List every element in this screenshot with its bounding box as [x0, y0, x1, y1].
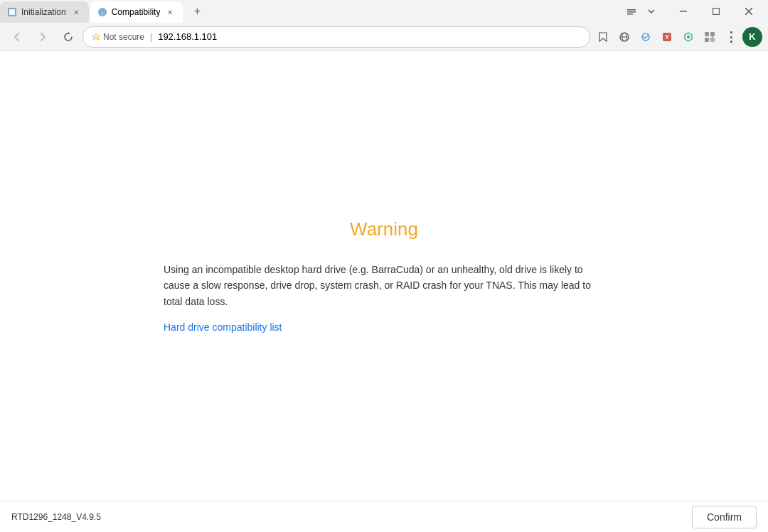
- profile-button[interactable]: K: [742, 27, 762, 47]
- page-main: Warning Using an incompatible desktop ha…: [0, 51, 768, 501]
- browser-icon-4[interactable]: [678, 27, 698, 47]
- tab-initialization[interactable]: Initialization ✕: [0, 1, 89, 23]
- extensions-button[interactable]: [700, 27, 720, 47]
- address-text: 192.168.1.101: [158, 31, 217, 42]
- svg-point-13: [96, 38, 97, 39]
- svg-point-20: [687, 36, 690, 38]
- tab-search-icon[interactable]: [622, 1, 641, 21]
- tab-title-compatibility: Compatibility: [112, 7, 161, 17]
- browser-icon-1[interactable]: [614, 27, 634, 47]
- tab-close-compatibility[interactable]: ✕: [164, 6, 176, 18]
- page-footer: RTD1296_1248_V4.9.5 Confirm: [0, 501, 768, 532]
- tab-favicon-compatibility: i: [97, 7, 107, 17]
- not-secure-indicator: Not secure: [92, 32, 144, 42]
- navigation-bar: Not secure | 192.168.1.101 Y: [0, 23, 768, 51]
- nav-right-controls: Y ⋮ K: [593, 27, 762, 47]
- window-controls: [664, 0, 768, 23]
- svg-rect-22: [710, 32, 715, 36]
- new-tab-button[interactable]: +: [187, 1, 207, 21]
- svg-rect-6: [627, 14, 633, 15]
- warning-title: Warning: [350, 218, 418, 240]
- warning-text: Using an incompatible desktop hard drive…: [164, 262, 604, 309]
- svg-rect-23: [705, 38, 709, 42]
- back-button[interactable]: [6, 26, 28, 48]
- browser-window: Initialization ✕ i Compatibility ✕ +: [0, 0, 768, 532]
- svg-rect-24: [710, 38, 715, 42]
- svg-rect-1: [9, 9, 15, 15]
- forward-button[interactable]: [31, 26, 54, 48]
- svg-rect-5: [627, 11, 636, 13]
- tabs-area: Initialization ✕ i Compatibility ✕ +: [0, 0, 619, 23]
- tab-compatibility[interactable]: i Compatibility ✕: [90, 1, 183, 23]
- warning-content: Using an incompatible desktop hard drive…: [164, 262, 604, 334]
- svg-rect-4: [627, 9, 636, 11]
- svg-marker-11: [68, 32, 70, 34]
- page-content: Warning Using an incompatible desktop ha…: [0, 51, 768, 532]
- address-bar[interactable]: Not secure | 192.168.1.101: [82, 26, 590, 48]
- more-menu-button[interactable]: ⋮: [721, 27, 741, 47]
- extra-controls: [619, 0, 664, 23]
- address-separator: |: [150, 32, 152, 42]
- title-bar: Initialization ✕ i Compatibility ✕ +: [0, 0, 768, 23]
- tab-favicon-initialization: [7, 7, 17, 17]
- svg-text:Y: Y: [665, 33, 669, 41]
- bookmark-button[interactable]: [593, 27, 613, 47]
- tab-title-initialization: Initialization: [21, 7, 66, 17]
- browser-icon-3[interactable]: Y: [657, 27, 677, 47]
- more-tabs-icon[interactable]: [641, 1, 661, 21]
- browser-icon-2[interactable]: [636, 27, 656, 47]
- maximize-button[interactable]: [700, 0, 732, 23]
- svg-rect-21: [705, 32, 709, 36]
- version-label: RTD1296_1248_V4.9.5: [11, 512, 101, 522]
- hard-drive-link[interactable]: Hard drive compatibility list: [164, 321, 282, 333]
- refresh-button[interactable]: [57, 26, 80, 48]
- not-secure-text: Not secure: [103, 32, 144, 42]
- close-button[interactable]: [732, 0, 765, 23]
- tab-close-initialization[interactable]: ✕: [70, 6, 82, 18]
- svg-rect-7: [680, 11, 687, 12]
- svg-rect-8: [713, 9, 720, 15]
- svg-text:i: i: [102, 10, 103, 16]
- confirm-button[interactable]: Confirm: [692, 506, 757, 528]
- minimize-button[interactable]: [667, 0, 700, 23]
